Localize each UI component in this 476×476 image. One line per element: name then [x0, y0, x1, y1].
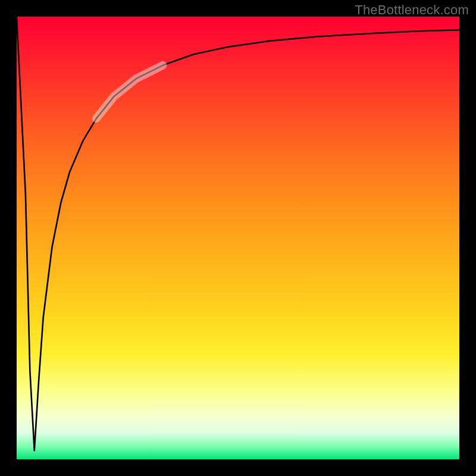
highlight-segment [96, 65, 163, 118]
chart-container: TheBottleneck.com [0, 0, 476, 476]
plot-area [17, 17, 459, 459]
bottleneck-curve [17, 17, 459, 450]
watermark-text: TheBottleneck.com [355, 2, 469, 18]
curve-svg [17, 17, 459, 459]
